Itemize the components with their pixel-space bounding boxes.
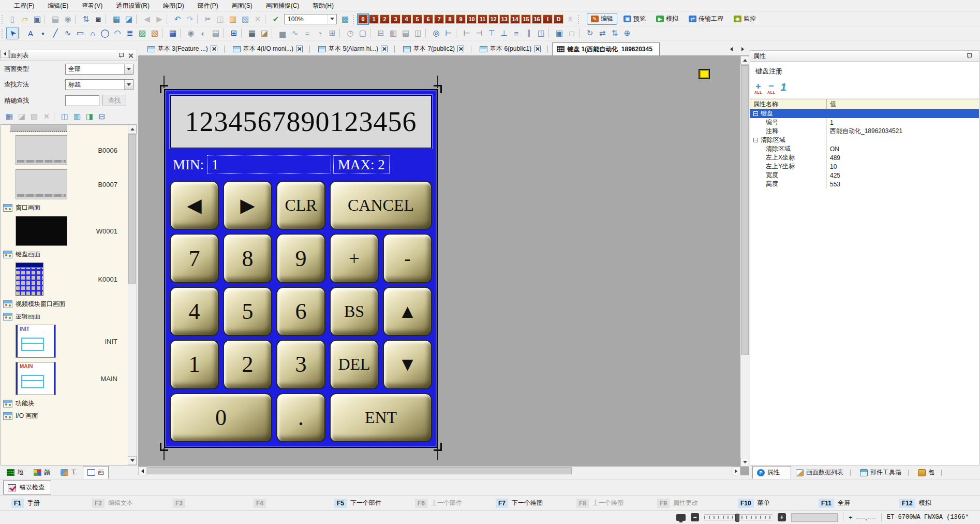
screen-list-item[interactable]: W0001 W0001 bbox=[1, 214, 128, 248]
menu-item[interactable]: 工程(F) bbox=[7, 0, 41, 11]
menu-item[interactable]: 通用设置(R) bbox=[109, 0, 156, 11]
canvas-marker-square[interactable] bbox=[699, 69, 710, 79]
single-key-button[interactable]: 1 bbox=[780, 81, 786, 94]
toolbar-icon[interactable] bbox=[167, 14, 170, 24]
screen-number-button[interactable]: 12 bbox=[488, 14, 498, 24]
function-key[interactable]: F12 模拟 bbox=[899, 499, 980, 508]
property-value[interactable] bbox=[827, 109, 979, 118]
draw-tool-icon[interactable]: ⌂ bbox=[86, 27, 99, 39]
toolbar-grip[interactable] bbox=[2, 14, 5, 24]
screen-list-item[interactable]: B0006 B0006 bbox=[1, 133, 128, 167]
close-icon[interactable] bbox=[128, 53, 133, 59]
menu-item[interactable]: 部件(P) bbox=[191, 0, 225, 11]
draw-tool-icon[interactable]: ↻ bbox=[584, 27, 596, 39]
screen-number-button[interactable]: 7 bbox=[434, 14, 444, 24]
zoom-slider[interactable] bbox=[704, 514, 773, 520]
right-panel-tab[interactable]: 部件工具箱 bbox=[855, 466, 913, 479]
screen-thumbnail[interactable] bbox=[16, 263, 43, 296]
screen-number-button[interactable]: 14 bbox=[510, 14, 520, 24]
toolbar-icon[interactable] bbox=[136, 14, 140, 24]
scroll-up-icon[interactable] bbox=[128, 125, 137, 134]
draw-tool-icon[interactable]: ≣ bbox=[124, 27, 136, 39]
draw-tool-icon[interactable] bbox=[180, 28, 184, 38]
function-key[interactable]: F10 菜单 bbox=[738, 499, 819, 508]
screen-number-button[interactable]: 11 bbox=[478, 14, 487, 24]
draw-tool-icon[interactable] bbox=[241, 28, 245, 38]
left-panel-tab[interactable]: 地 bbox=[2, 466, 28, 479]
zoom-out-button[interactable]: − bbox=[691, 513, 699, 521]
function-key[interactable]: F5 下一个部件 bbox=[334, 499, 415, 508]
keypad-key[interactable]: - bbox=[383, 234, 432, 283]
toolbar-icon[interactable]: ▦ bbox=[110, 13, 123, 25]
canvas-vscrollbar[interactable] bbox=[740, 56, 749, 467]
toolbar-icon[interactable]: ▱ bbox=[19, 13, 31, 25]
zoom-dropdown-icon[interactable] bbox=[327, 14, 336, 24]
draw-tool-icon[interactable]: ⇅ bbox=[608, 27, 621, 39]
draw-tool-icon[interactable] bbox=[370, 28, 374, 38]
scroll-thumb[interactable] bbox=[741, 65, 749, 355]
screen-number-button[interactable]: 1 bbox=[369, 14, 379, 24]
remove-all-button[interactable]: − ALL bbox=[767, 82, 775, 94]
canvas-hscrollbar[interactable] bbox=[138, 467, 740, 475]
menu-item[interactable]: 画面(S) bbox=[225, 0, 259, 11]
screen-list-item[interactable]: 逻辑画面 逻辑画面 bbox=[1, 310, 128, 323]
mode-button[interactable]: ✎ 编辑 bbox=[587, 13, 617, 25]
menu-item[interactable]: 绘图(D) bbox=[156, 0, 191, 11]
keypad-key[interactable]: ▲ bbox=[383, 287, 432, 336]
screen-list-tool-icon[interactable] bbox=[54, 112, 57, 121]
keypad-key[interactable]: 1 bbox=[170, 340, 219, 389]
screen-list-tool-icon[interactable]: ◫ bbox=[58, 110, 71, 123]
toolbar-icon[interactable] bbox=[106, 14, 109, 24]
function-key[interactable]: F2 编辑文本 bbox=[92, 499, 173, 508]
screen-number-button[interactable]: D bbox=[554, 14, 563, 24]
screen-list-tool-icon[interactable]: ✕ bbox=[40, 110, 53, 123]
tab-close-icon[interactable] bbox=[296, 46, 303, 52]
draw-tool-icon[interactable]: ∥ bbox=[523, 27, 535, 39]
keypad-key[interactable]: BS bbox=[330, 287, 379, 336]
keypad-key[interactable]: 4 bbox=[170, 287, 219, 336]
screen-thumbnail[interactable] bbox=[16, 216, 67, 246]
draw-tool-icon[interactable]: ⇄ bbox=[596, 27, 608, 39]
property-name-column[interactable]: 属性名称 bbox=[750, 99, 827, 109]
property-row[interactable]: 左上X坐标 489 bbox=[750, 153, 979, 162]
right-panel-tab[interactable]: 包 bbox=[913, 466, 946, 479]
scroll-left-icon[interactable] bbox=[138, 467, 147, 475]
draw-tool-icon[interactable] bbox=[20, 28, 23, 38]
filter-select[interactable]: 全部 bbox=[65, 64, 133, 75]
property-row[interactable]: 宽度 425 bbox=[750, 171, 979, 180]
toolbar-icon[interactable]: ◙ bbox=[92, 13, 105, 25]
screen-number-button[interactable]: 6 bbox=[423, 14, 433, 24]
screen-number-button[interactable]: 2 bbox=[380, 14, 390, 24]
draw-tool-icon[interactable]: ⊞ bbox=[228, 27, 240, 39]
tab-close-icon[interactable] bbox=[457, 46, 464, 52]
toolbar-icon[interactable]: ✕ bbox=[251, 13, 264, 25]
function-key[interactable]: F11 全屏 bbox=[819, 499, 899, 508]
draw-tool-icon[interactable]: ⊤ bbox=[485, 27, 498, 39]
draw-tool-icon[interactable]: ≈ bbox=[301, 27, 314, 39]
screen-tab[interactable]: 基本 3(Feature ...) bbox=[143, 43, 229, 55]
keypad-key[interactable]: ◀ bbox=[170, 181, 219, 230]
property-value[interactable]: 西能自动化_18962034521 bbox=[827, 127, 979, 136]
menu-item[interactable]: 编辑(E) bbox=[41, 0, 75, 11]
draw-tool-icon[interactable] bbox=[548, 28, 552, 38]
screen-list-tool-icon[interactable]: ⊟ bbox=[96, 110, 108, 123]
draw-tool-icon[interactable]: ◎ bbox=[430, 27, 442, 39]
draw-tool-icon[interactable] bbox=[162, 28, 166, 38]
screen-list-item[interactable]: 键盘画面 键盘画面 bbox=[1, 248, 128, 260]
screen-thumbnail[interactable]: MAIN bbox=[16, 362, 56, 395]
draw-tool-icon[interactable]: • bbox=[37, 27, 49, 39]
screen-tab[interactable]: 基本 5(Alarm hi...) bbox=[314, 43, 399, 55]
center-mark-button[interactable]: ✳ bbox=[564, 13, 576, 25]
function-key[interactable]: F7 下一个绘图 bbox=[496, 499, 576, 508]
right-panel-tab[interactable]: P 属性 bbox=[752, 466, 791, 479]
min-value-field[interactable]: 1 bbox=[207, 155, 331, 174]
keypad-key[interactable]: + bbox=[330, 234, 379, 283]
draw-tool-icon[interactable] bbox=[339, 28, 343, 38]
draw-tool-icon[interactable]: ⊞ bbox=[326, 27, 338, 39]
property-value[interactable]: 1 bbox=[827, 118, 979, 127]
property-value[interactable] bbox=[827, 136, 979, 144]
function-key[interactable]: F1 手册 bbox=[11, 499, 92, 508]
keypad-key[interactable]: 6 bbox=[276, 287, 325, 336]
pin-icon[interactable] bbox=[966, 53, 972, 59]
menu-item[interactable]: 帮助(H) bbox=[306, 0, 340, 11]
